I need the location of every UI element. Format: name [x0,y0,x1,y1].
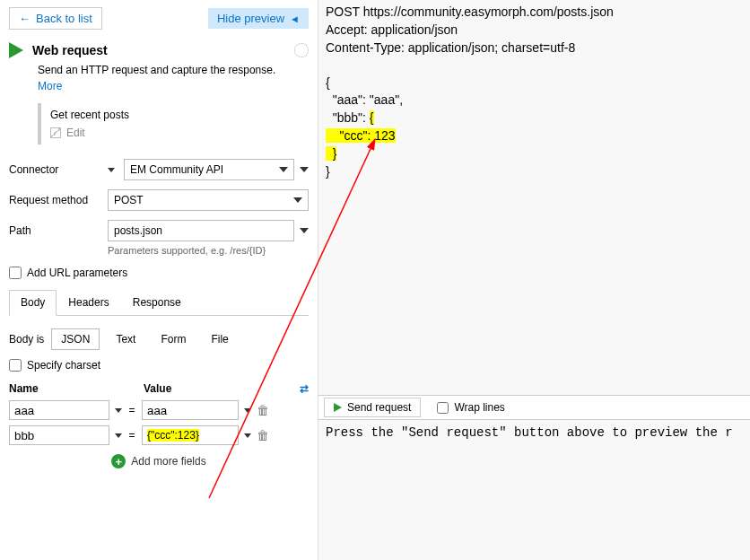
add-url-params-checkbox[interactable] [9,267,22,279]
value-input-0[interactable] [142,400,239,420]
response-preview-message: Press the "Send request" button above to… [318,420,750,560]
hide-preview-label: Hide preview [217,12,284,25]
chevron-right-icon: ◄ [290,13,300,24]
connector-value: EM Community API [130,163,223,176]
web-request-icon [9,42,23,58]
kv-row: = 🗑 [9,400,309,420]
wrap-lines-checkbox[interactable] [437,402,449,414]
connector-label: Connector [9,163,108,176]
more-link[interactable]: More [38,80,309,92]
equals-label: = [127,404,136,416]
add-more-fields-button[interactable]: + Add more fields [9,454,309,468]
specify-charset-checkbox[interactable] [9,359,22,372]
path-input[interactable]: posts.json [108,220,294,241]
path-hint: Parameters supported, e.g. /res/{ID} [108,245,309,256]
play-icon [334,403,342,412]
name-input-1[interactable] [9,425,109,445]
method-value: POST [114,194,144,206]
swap-icon[interactable]: ⇄ [291,382,309,395]
caret-down-icon [279,167,288,172]
method-select[interactable]: POST [108,189,309,211]
body-type-file[interactable]: File [202,329,237,349]
back-button[interactable]: ← Back to list [9,7,102,30]
arrow-left-icon: ← [19,12,31,25]
back-label: Back to list [36,12,92,25]
edit-script-button[interactable]: Edit [50,127,300,139]
action-description: Send an HTTP request and capture the res… [38,64,309,76]
add-more-label: Add more fields [131,455,205,468]
body-type-text[interactable]: Text [107,329,144,349]
path-label: Path [9,224,108,237]
body-is-label: Body is [9,333,44,346]
kv-row: = {"ccc":123} 🗑 [9,425,309,445]
hide-preview-button[interactable]: Hide preview ◄ [208,8,309,29]
pencil-icon [50,127,61,138]
equals-label: = [127,429,136,442]
script-box: Get recent posts Edit [38,103,309,144]
value-input-1[interactable]: {"ccc":123} [142,425,239,445]
body-type-json[interactable]: JSON [51,328,100,350]
send-request-button[interactable]: Send request [324,398,421,417]
caret-down-icon[interactable] [108,168,115,172]
caret-down-icon[interactable] [300,167,309,172]
caret-down-icon[interactable] [115,408,122,413]
path-value: posts.json [114,224,162,237]
trash-icon[interactable]: 🗑 [257,403,269,417]
tab-headers[interactable]: Headers [57,290,120,315]
plus-icon: + [111,454,126,468]
connector-select[interactable]: EM Community API [124,159,294,180]
script-title: Get recent posts [50,109,300,121]
action-title: Web request [32,43,108,57]
request-preview: POST https://community.easymorph.com/pos… [318,0,750,395]
gear-icon[interactable] [294,43,309,57]
trash-icon[interactable]: 🗑 [257,428,269,442]
caret-down-icon[interactable] [244,408,251,413]
caret-down-icon[interactable] [244,433,251,438]
body-type-form[interactable]: Form [152,329,195,349]
wrap-lines-label: Wrap lines [454,401,504,414]
add-url-params-label: Add URL parameters [27,267,127,279]
value-header: Value [144,382,291,395]
specify-charset-label: Specify charset [27,359,100,372]
edit-label: Edit [66,127,85,139]
method-label: Request method [9,194,108,206]
caret-down-icon[interactable] [300,228,309,233]
caret-down-icon [293,197,302,203]
send-request-label: Send request [347,401,411,414]
tab-response[interactable]: Response [121,290,193,315]
caret-down-icon[interactable] [115,433,122,438]
tab-body[interactable]: Body [9,290,57,316]
name-header: Name [9,382,144,395]
name-input-0[interactable] [9,400,109,420]
